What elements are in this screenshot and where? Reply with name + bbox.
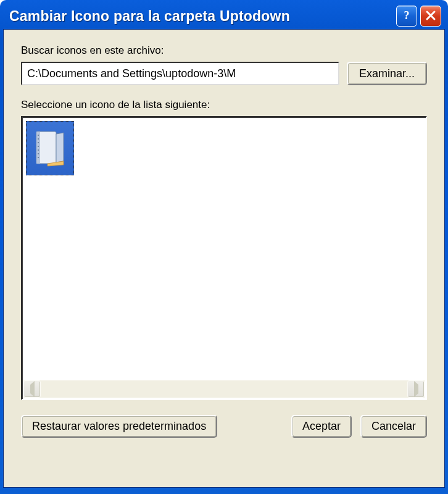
file-path-label: Buscar iconos en este archivo: — [21, 44, 427, 57]
svg-point-8 — [38, 153, 39, 154]
svg-point-5 — [38, 142, 39, 143]
window-title: Cambiar Icono para la carpeta Uptodown — [9, 8, 396, 25]
restore-defaults-button[interactable]: Restaurar valores predeterminados — [21, 415, 217, 438]
close-icon — [425, 9, 437, 23]
help-button[interactable]: ? — [396, 6, 417, 27]
svg-point-9 — [38, 157, 39, 158]
titlebar[interactable]: Cambiar Icono para la carpeta Uptodown ? — [3, 3, 445, 29]
svg-point-3 — [38, 135, 39, 136]
icon-list-item[interactable] — [26, 121, 74, 175]
svg-point-7 — [38, 149, 39, 151]
icon-list[interactable] — [21, 116, 427, 400]
svg-rect-2 — [36, 132, 40, 164]
svg-point-4 — [38, 138, 39, 140]
icon-list-label: Seleccione un icono de la lista siguient… — [21, 99, 427, 111]
svg-text:?: ? — [404, 9, 410, 22]
chevron-left-icon — [30, 385, 35, 393]
client-area: Buscar iconos en este archivo: Examinar.… — [3, 29, 445, 488]
cancel-button[interactable]: Cancelar — [360, 415, 427, 438]
browse-button[interactable]: Examinar... — [347, 62, 427, 85]
close-button[interactable] — [420, 6, 441, 27]
folder-icon — [33, 128, 67, 169]
chevron-right-icon — [414, 385, 418, 393]
horizontal-scrollbar[interactable] — [23, 380, 425, 398]
dialog-window: Cambiar Icono para la carpeta Uptodown ?… — [0, 0, 448, 494]
svg-point-6 — [38, 146, 39, 147]
help-icon: ? — [400, 9, 413, 23]
scroll-left-button[interactable] — [23, 380, 41, 398]
ok-button[interactable]: Aceptar — [291, 415, 352, 438]
scroll-track[interactable] — [41, 380, 407, 398]
scroll-right-button[interactable] — [407, 380, 425, 398]
file-path-input[interactable] — [21, 62, 339, 85]
